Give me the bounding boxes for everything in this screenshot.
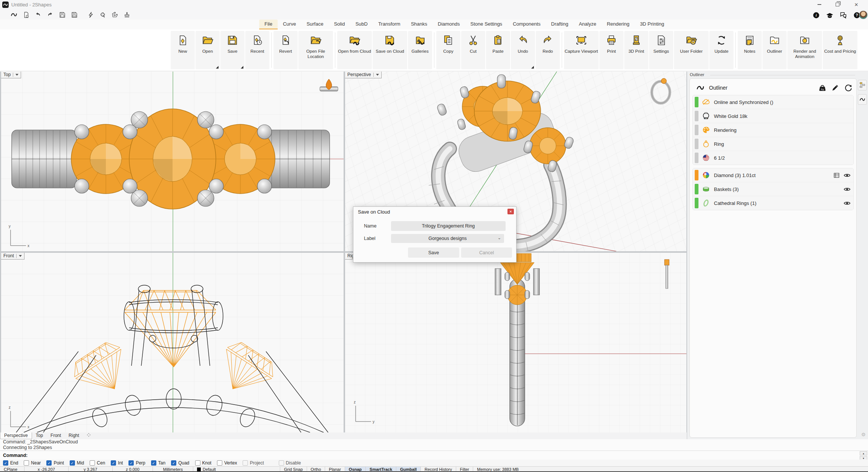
osnap-mid[interactable]: Mid	[70, 460, 84, 466]
undo-icon[interactable]	[35, 11, 41, 18]
cancel-button[interactable]: Cancel	[461, 247, 512, 258]
label-select[interactable]: Gorgeous designs ⌄	[391, 234, 504, 243]
list-item-rendering[interactable]: Rendering	[693, 123, 853, 137]
restore-button[interactable]	[832, 2, 843, 8]
dialog-close-button[interactable]: ✕	[507, 209, 514, 214]
annotate-icon[interactable]	[87, 11, 94, 18]
list-item-cathedral-rings[interactable]: Cathedral Rings (1)	[693, 196, 853, 210]
info-icon[interactable]: i	[812, 11, 820, 19]
open-template-icon[interactable]	[23, 11, 29, 18]
outliner-button[interactable]: Outliner	[763, 31, 787, 69]
logo-swoosh-icon[interactable]	[11, 11, 17, 18]
redo-button[interactable]: Redo	[536, 31, 560, 69]
save-icon[interactable]	[59, 11, 66, 18]
osnap-cen[interactable]: Cen	[90, 460, 105, 466]
save-on-cloud-button[interactable]: Save on Cloud	[373, 31, 407, 69]
close-button[interactable]: ✕	[851, 2, 862, 8]
osnap-knot[interactable]: Knot	[195, 460, 212, 466]
stamp-tool-icon[interactable]	[124, 11, 130, 18]
list-item-online[interactable]: Online and Synchronized ()	[693, 95, 853, 109]
osnap-disable[interactable]: Disable	[279, 460, 301, 466]
eye-icon[interactable]	[843, 171, 851, 179]
gear-icon[interactable]: ⚙	[861, 432, 866, 437]
eye-icon[interactable]	[843, 185, 851, 193]
viewport-tab-top[interactable]: Top	[32, 432, 47, 439]
galleries-button[interactable]: Galleries	[408, 31, 432, 69]
osnap-perp[interactable]: Perp	[128, 460, 145, 466]
user-avatar[interactable]	[859, 11, 868, 19]
notes-button[interactable]: Notes	[738, 31, 762, 69]
viewport-label-top[interactable]: Top	[1, 72, 21, 78]
viewport-tab-perspective[interactable]: Perspective	[0, 432, 32, 439]
list-item-ring[interactable]: Ring	[693, 137, 853, 151]
osnap-near[interactable]: Near	[24, 460, 41, 466]
chevron-down-icon[interactable]	[216, 66, 219, 69]
viewport-top[interactable]: yx Top	[1, 72, 344, 251]
cut-button[interactable]: Cut	[461, 31, 485, 69]
tab-diamonds[interactable]: Diamonds	[432, 20, 465, 29]
viewport-tab-front[interactable]: Front	[47, 432, 65, 439]
academy-icon[interactable]	[825, 11, 834, 19]
new-button[interactable]: New	[171, 31, 195, 69]
3d-print-button[interactable]: 3D Print	[624, 31, 648, 69]
name-input[interactable]	[391, 221, 506, 231]
osnap-project[interactable]: Project	[243, 460, 264, 466]
list-item-metal[interactable]: 18K White Gold 18k	[693, 109, 853, 123]
list-item-baskets[interactable]: Baskets (3)	[693, 182, 853, 196]
outliner-tree-tab[interactable]	[858, 80, 867, 90]
user-folder-button[interactable]: User Folder	[674, 31, 709, 69]
copy-button[interactable]: Copy	[436, 31, 460, 69]
weight-kg-icon[interactable]: Kg	[818, 83, 827, 93]
osnap-end[interactable]: End	[3, 460, 18, 466]
open-button[interactable]: Open	[196, 31, 220, 69]
undo-button[interactable]: Undo	[511, 31, 535, 69]
twoshapes-tab[interactable]	[858, 94, 867, 105]
report-table-icon[interactable]	[832, 171, 840, 179]
viewport-label-front[interactable]: Front	[1, 253, 24, 260]
print-button[interactable]: Print	[599, 31, 623, 69]
osnap-quad[interactable]: Quad	[171, 460, 189, 466]
viewport-right[interactable]: zy Right	[345, 253, 686, 432]
paste-button[interactable]: Paste	[486, 31, 510, 69]
chat-icon[interactable]	[839, 11, 847, 19]
tab-3d-printing[interactable]: 3D Printing	[635, 20, 669, 29]
osnap-int[interactable]: Int	[111, 460, 123, 466]
tab-curve[interactable]: Curve	[278, 20, 301, 29]
refresh-icon[interactable]	[843, 83, 853, 93]
list-item-diamond[interactable]: Diamond (3) 1.01ct	[693, 168, 853, 182]
tab-stone-settings[interactable]: Stone Settings	[465, 20, 508, 29]
clamp-tool-icon[interactable]	[112, 11, 118, 18]
save-button[interactable]: Save	[220, 31, 245, 69]
tab-subd[interactable]: SubD	[350, 20, 373, 29]
revert-button[interactable]: Revert	[274, 31, 298, 69]
settings-button[interactable]: Settings	[649, 31, 673, 69]
viewport-front[interactable]: zx Front	[1, 253, 344, 432]
viewport-label-perspective[interactable]: Perspective	[345, 72, 382, 78]
plugins-icon[interactable]	[99, 11, 106, 18]
save-incremental-icon[interactable]	[71, 11, 78, 18]
tab-solid[interactable]: Solid	[329, 20, 350, 29]
tab-file[interactable]: File	[259, 20, 278, 29]
tab-transform[interactable]: Transform	[373, 20, 406, 29]
tab-shanks[interactable]: Shanks	[406, 20, 432, 29]
edit-pencil-icon[interactable]	[830, 83, 840, 93]
open-from-cloud-button[interactable]: Open from Cloud	[337, 31, 372, 69]
viewport-tab-right[interactable]: Right	[65, 432, 83, 439]
update-button[interactable]: Update	[709, 31, 734, 69]
minimize-button[interactable]	[814, 2, 825, 8]
new-viewport-icon[interactable]	[83, 432, 95, 439]
scroll-up-icon[interactable]: ▲	[860, 451, 867, 455]
list-item-size[interactable]: 6 1/2	[693, 151, 853, 165]
chevron-down-icon[interactable]	[531, 66, 534, 69]
command-history[interactable]: Command: _2ShapesSaveOnCloud Connecting …	[0, 439, 868, 451]
osnap-point[interactable]: Point	[46, 460, 64, 466]
redo-icon[interactable]	[47, 11, 53, 18]
open-file-location-button[interactable]: Open File Location	[298, 31, 333, 69]
command-prompt[interactable]: Command:	[0, 451, 868, 460]
eye-icon[interactable]	[843, 199, 851, 207]
osnap-tan[interactable]: Tan	[151, 460, 165, 466]
tab-analyze[interactable]: Analyze	[573, 20, 601, 29]
osnap-vertex[interactable]: Vertex	[217, 460, 237, 466]
chevron-down-icon[interactable]	[241, 66, 243, 69]
capture-viewport-button[interactable]: Capture Viewport	[564, 31, 599, 69]
